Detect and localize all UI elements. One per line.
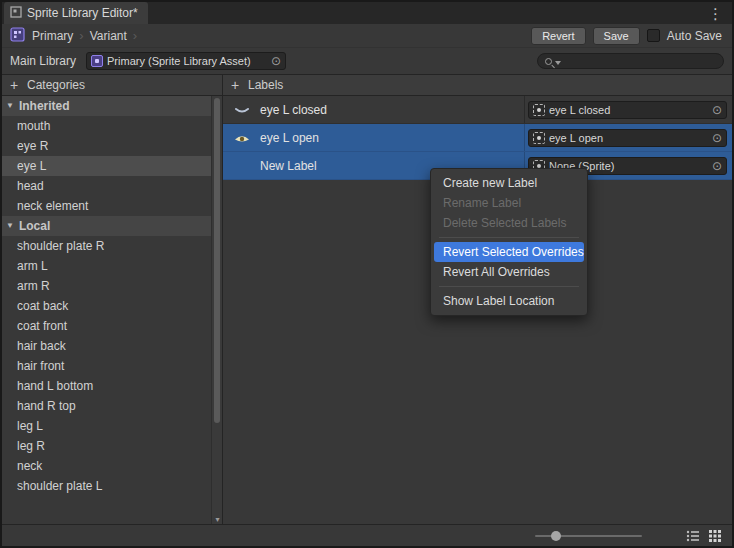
category-item[interactable]: eye R [2, 136, 211, 156]
tab-bar: Sprite Library Editor* ⋮ [2, 2, 732, 24]
menu-separator [439, 286, 579, 287]
main-library-label: Main Library [10, 54, 76, 68]
bottom-bar [2, 524, 732, 546]
menu-item: Delete Selected Labels [431, 213, 587, 233]
category-item[interactable]: neck [2, 456, 211, 476]
categories-header: + Categories [2, 75, 222, 96]
list-view-icon[interactable] [686, 529, 700, 543]
column-divider [524, 96, 525, 123]
category-item[interactable]: leg L [2, 416, 211, 436]
kebab-menu-icon[interactable]: ⋮ [699, 4, 732, 24]
category-item[interactable]: neck element [2, 196, 211, 216]
menu-item[interactable]: Revert Selected Overrides [434, 242, 584, 262]
categories-list: ▼Inheritedmoutheye Reye Lheadneck elemen… [2, 96, 211, 524]
category-group-label: Local [19, 219, 50, 233]
object-field-text: eye L open [549, 132, 708, 144]
category-item[interactable]: arm R [2, 276, 211, 296]
column-divider [524, 124, 525, 151]
search-input[interactable] [564, 54, 716, 68]
context-menu: Create new LabelRename LabelDelete Selec… [430, 168, 588, 316]
category-item[interactable]: coat back [2, 296, 211, 316]
chevron-right-icon: › [79, 28, 83, 43]
auto-save-checkbox[interactable] [647, 29, 660, 42]
label-name: eye L closed [260, 103, 327, 117]
label-row[interactable]: eye L closedeye L closed⊙ [223, 96, 732, 124]
sprite-library-asset-icon [91, 55, 103, 67]
add-category-button[interactable]: + [8, 77, 20, 93]
foldout-triangle-icon: ▼ [6, 101, 14, 110]
categories-panel: + Categories ▼Inheritedmoutheye Reye Lhe… [2, 75, 223, 524]
label-row[interactable]: eye L openeye L open⊙ [223, 124, 732, 152]
category-item[interactable]: hand R top [2, 396, 211, 416]
thumbnail-size-slider[interactable] [535, 525, 642, 547]
menu-item: Rename Label [431, 193, 587, 213]
categories-title: Categories [27, 78, 85, 92]
sprite-object-field[interactable]: eye L open⊙ [528, 129, 727, 147]
sprite-library-icon [10, 27, 25, 45]
main-split: + Categories ▼Inheritedmoutheye Reye Lhe… [2, 74, 732, 524]
label-name: New Label [260, 159, 317, 173]
category-item[interactable]: mouth [2, 116, 211, 136]
slider-knob[interactable] [551, 531, 561, 541]
search-field[interactable] [537, 53, 724, 69]
category-item[interactable]: hand L bottom [2, 376, 211, 396]
category-group-header-inherited[interactable]: ▼Inherited [2, 96, 211, 116]
scrollbar-thumb[interactable] [214, 98, 220, 423]
category-item[interactable]: hair back [2, 336, 211, 356]
breadcrumb-item-variant[interactable]: Variant [87, 29, 130, 43]
object-picker-icon[interactable]: ⊙ [712, 104, 722, 116]
main-library-object-field[interactable]: Primary (Sprite Library Asset) ⊙ [86, 52, 286, 70]
main-library-bar: Main Library Primary (Sprite Library Ass… [2, 48, 732, 74]
category-group-label: Inherited [19, 99, 70, 113]
labels-title: Labels [248, 78, 283, 92]
object-picker-icon[interactable]: ⊙ [712, 160, 722, 172]
breadcrumb: Primary›Variant› [29, 28, 140, 43]
sprite-object-field[interactable]: eye L closed⊙ [528, 101, 727, 119]
labels-header: + Labels [223, 75, 732, 96]
toolbar-actions: Revert Save Auto Save [531, 27, 726, 45]
category-item[interactable]: coat front [2, 316, 211, 336]
menu-item[interactable]: Show Label Location [431, 291, 587, 311]
menu-item[interactable]: Create new Label [431, 173, 587, 193]
chevron-right-icon: › [133, 28, 137, 43]
eye-open-thumbnail-icon [231, 130, 253, 146]
sprite-library-editor-window: Sprite Library Editor* ⋮ Primary›Variant… [0, 0, 734, 548]
category-item[interactable]: shoulder plate R [2, 236, 211, 256]
sprite-library-window-icon [10, 6, 22, 21]
eye-closed-thumbnail-icon [231, 102, 253, 118]
menu-item[interactable]: Revert All Overrides [431, 262, 587, 282]
main-library-object-text: Primary (Sprite Library Asset) [107, 55, 267, 67]
search-filter-caret-icon[interactable] [555, 61, 561, 65]
empty-thumbnail [231, 158, 253, 174]
tab-title: Sprite Library Editor* [27, 6, 138, 20]
category-item[interactable]: arm L [2, 256, 211, 276]
menu-separator [439, 237, 579, 238]
category-item[interactable]: leg R [2, 436, 211, 456]
grid-view-icon[interactable] [708, 529, 722, 543]
save-button[interactable]: Save [593, 27, 640, 45]
sprite-icon [533, 132, 545, 144]
search-icon [545, 58, 552, 65]
category-item[interactable]: eye L [2, 156, 211, 176]
object-field-text: eye L closed [549, 104, 708, 116]
object-picker-icon[interactable]: ⊙ [271, 55, 281, 67]
categories-scrollbar[interactable]: ▾ [211, 96, 222, 524]
add-label-button[interactable]: + [229, 77, 241, 93]
scroll-down-arrow-icon[interactable]: ▾ [212, 515, 223, 524]
auto-save-label: Auto Save [667, 29, 722, 43]
sprite-icon [533, 104, 545, 116]
category-item[interactable]: hair front [2, 356, 211, 376]
label-name: eye L open [260, 131, 319, 145]
category-group-header-local[interactable]: ▼Local [2, 216, 211, 236]
category-item[interactable]: shoulder plate L [2, 476, 211, 496]
foldout-triangle-icon: ▼ [6, 221, 14, 230]
revert-button[interactable]: Revert [531, 27, 585, 45]
category-item[interactable]: head [2, 176, 211, 196]
breadcrumb-item-primary[interactable]: Primary [29, 29, 76, 43]
tab-sprite-library-editor[interactable]: Sprite Library Editor* [4, 2, 148, 24]
toolbar: Primary›Variant› Revert Save Auto Save [2, 24, 732, 48]
object-picker-icon[interactable]: ⊙ [712, 132, 722, 144]
